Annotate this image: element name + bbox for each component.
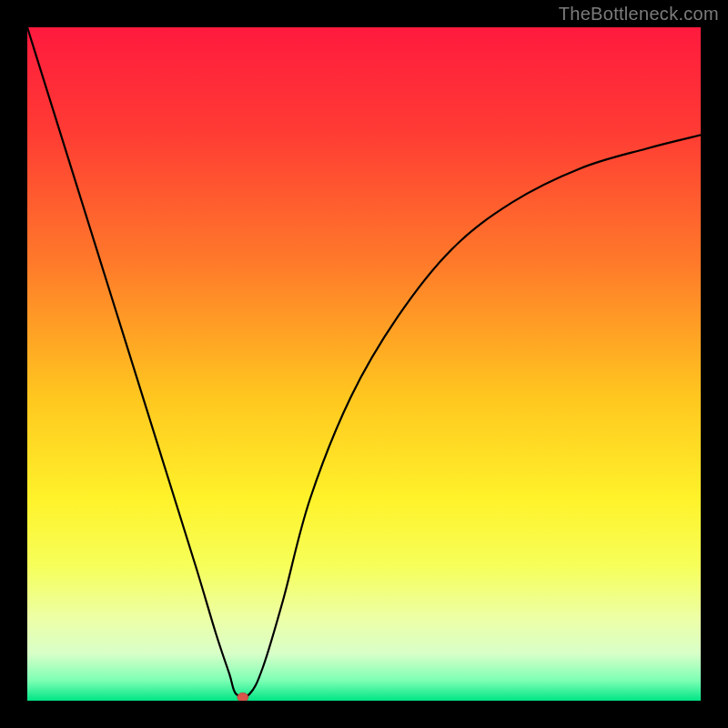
- bottleneck-chart: [27, 27, 701, 701]
- gradient-background: [27, 27, 701, 701]
- minimum-marker: [238, 693, 248, 701]
- chart-frame: TheBottleneck.com: [0, 0, 728, 728]
- watermark-text: TheBottleneck.com: [559, 4, 719, 25]
- plot-area: [27, 27, 701, 701]
